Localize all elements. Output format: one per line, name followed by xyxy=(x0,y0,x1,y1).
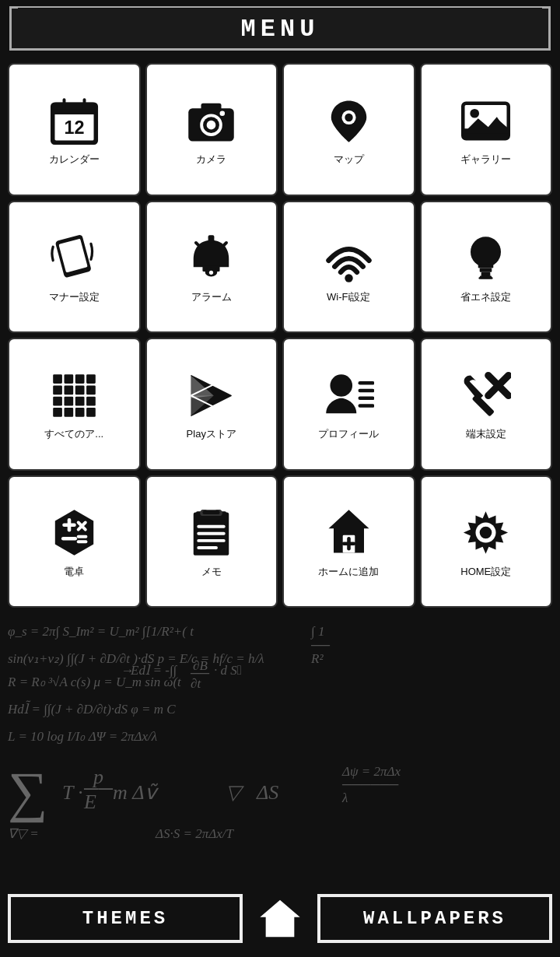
svg-rect-62 xyxy=(480,268,492,272)
battery-icon xyxy=(459,231,513,286)
svg-rect-69 xyxy=(75,374,85,384)
svg-text:L = 10 log I/I₀         ΔΨ = 2: L = 10 log I/I₀ ΔΨ = 2πΔx/λ xyxy=(7,729,157,744)
svg-text:m Δṽ: m Δṽ xyxy=(113,781,159,804)
app-playstore[interactable]: Playストア xyxy=(145,338,278,471)
svg-point-40 xyxy=(207,121,216,130)
menu-title: MENU xyxy=(241,15,320,44)
wifi-icon xyxy=(321,231,376,286)
svg-text:T: T xyxy=(62,781,75,804)
math-formula-section: φ_s = 2π∫ S_Im² = U_m² ∫[1/R²+( t ∫ 1 ──… xyxy=(0,612,560,869)
svg-text:λ: λ xyxy=(341,790,348,805)
manner-label: マナー設定 xyxy=(49,290,100,304)
svg-rect-56 xyxy=(208,236,215,243)
memo-label: メモ xyxy=(201,565,222,579)
svg-rect-73 xyxy=(75,385,85,394)
profile-label: プロフィール xyxy=(318,427,379,441)
svg-rect-116 xyxy=(203,510,220,514)
home-button[interactable] xyxy=(249,897,311,940)
app-alarm[interactable]: アラーム xyxy=(145,201,278,334)
svg-point-41 xyxy=(220,110,226,116)
app-calc[interactable]: 電卓 xyxy=(8,475,141,608)
alarm-icon xyxy=(184,231,239,286)
svg-rect-66 xyxy=(479,277,493,279)
calendar-label: カレンダー xyxy=(49,152,100,167)
app-calendar[interactable]: 12 カレンダー xyxy=(8,63,141,196)
svg-text:▽: ▽ xyxy=(226,781,245,804)
map-icon xyxy=(321,93,376,148)
svg-rect-37 xyxy=(201,103,222,113)
profile-icon xyxy=(321,368,376,422)
svg-marker-152 xyxy=(260,899,299,937)
svg-text:∑: ∑ xyxy=(8,761,47,823)
svg-rect-68 xyxy=(64,374,73,384)
calendar-icon: 12 xyxy=(47,93,101,148)
camera-label: カメラ xyxy=(196,152,226,167)
svg-point-60 xyxy=(471,237,501,267)
svg-rect-32 xyxy=(54,109,94,114)
svg-rect-77 xyxy=(75,397,85,406)
alarm-label: アラーム xyxy=(191,290,232,304)
svg-text:Edl̃ = -∫∫: Edl̃ = -∫∫ xyxy=(130,661,178,678)
svg-text:──────: ────── xyxy=(341,777,399,792)
top-decoration xyxy=(0,52,560,58)
app-map[interactable]: マップ xyxy=(282,63,415,196)
svg-text:∫  1: ∫ 1 xyxy=(310,624,324,640)
svg-text:φ_s =   2π∫    S_Im²  =  U_m² : φ_s = 2π∫ S_Im² = U_m² ∫[1/R²+( t xyxy=(8,624,194,640)
header-container: MENU xyxy=(9,6,551,51)
app-homesettings[interactable]: HOME設定 xyxy=(420,475,553,608)
svg-rect-74 xyxy=(86,385,96,394)
allapps-icon xyxy=(47,368,101,422)
homeadd-label: ホームに追加 xyxy=(318,565,379,579)
manner-icon xyxy=(47,231,101,286)
memo-icon xyxy=(184,506,239,560)
app-memo[interactable]: メモ xyxy=(145,475,278,608)
playstore-label: Playストア xyxy=(187,427,236,441)
wallpapers-button[interactable]: WALLPAPERS xyxy=(317,894,552,943)
calc-label: 電卓 xyxy=(64,565,84,579)
battery-label: 省エネ設定 xyxy=(460,290,511,304)
svg-rect-75 xyxy=(53,397,62,406)
svg-rect-79 xyxy=(53,408,62,417)
svg-text:ΔS·S = 2πΔx/T: ΔS·S = 2πΔx/T xyxy=(155,826,234,841)
svg-rect-61 xyxy=(478,265,494,268)
svg-text:E: E xyxy=(83,790,96,813)
app-settings[interactable]: 端末設定 xyxy=(420,338,553,471)
camera-icon xyxy=(184,93,239,148)
svg-text:· d S⃗: · d S⃗ xyxy=(214,663,242,678)
svg-text:∂t: ∂t xyxy=(191,676,201,691)
homesettings-icon xyxy=(459,506,513,560)
allapps-label: すべてのア... xyxy=(44,427,103,441)
app-allapps[interactable]: すべてのア... xyxy=(8,338,141,471)
app-wifi[interactable]: Wi-Fi設定 xyxy=(282,201,415,334)
svg-point-45 xyxy=(471,109,480,118)
svg-rect-72 xyxy=(64,385,73,394)
themes-button[interactable]: THEMES xyxy=(8,894,243,943)
svg-point-43 xyxy=(345,114,352,121)
svg-point-59 xyxy=(345,275,352,282)
svg-text:Hdl̃ = ∫∫(J + ∂D/∂t)·dS       : Hdl̃ = ∫∫(J + ∂D/∂t)·dS φ = m C xyxy=(7,700,176,717)
app-manner[interactable]: マナー設定 xyxy=(8,201,141,334)
bottom-bar: THEMES WALLPAPERS xyxy=(0,879,560,957)
svg-text:·: · xyxy=(78,781,83,804)
svg-point-91 xyxy=(330,374,352,397)
app-gallery[interactable]: ギャラリー xyxy=(420,63,553,196)
settings-label: 端末設定 xyxy=(466,427,506,441)
svg-point-55 xyxy=(209,271,213,275)
homeadd-icon xyxy=(321,506,376,560)
calc-icon xyxy=(47,506,101,560)
gallery-label: ギャラリー xyxy=(460,152,511,167)
svg-rect-70 xyxy=(86,374,96,384)
svg-point-123 xyxy=(480,527,492,539)
svg-rect-76 xyxy=(64,397,73,406)
app-homeadd[interactable]: ホームに追加 xyxy=(282,475,415,608)
gallery-icon xyxy=(459,93,513,148)
app-camera[interactable]: カメラ xyxy=(145,63,278,196)
svg-rect-82 xyxy=(86,408,96,417)
svg-rect-80 xyxy=(64,408,73,417)
map-label: マップ xyxy=(334,152,364,167)
homesettings-label: HOME設定 xyxy=(460,565,511,579)
svg-marker-99 xyxy=(55,510,93,556)
svg-rect-78 xyxy=(86,397,96,406)
app-battery[interactable]: 省エネ設定 xyxy=(420,201,553,334)
app-profile[interactable]: プロフィール xyxy=(282,338,415,471)
